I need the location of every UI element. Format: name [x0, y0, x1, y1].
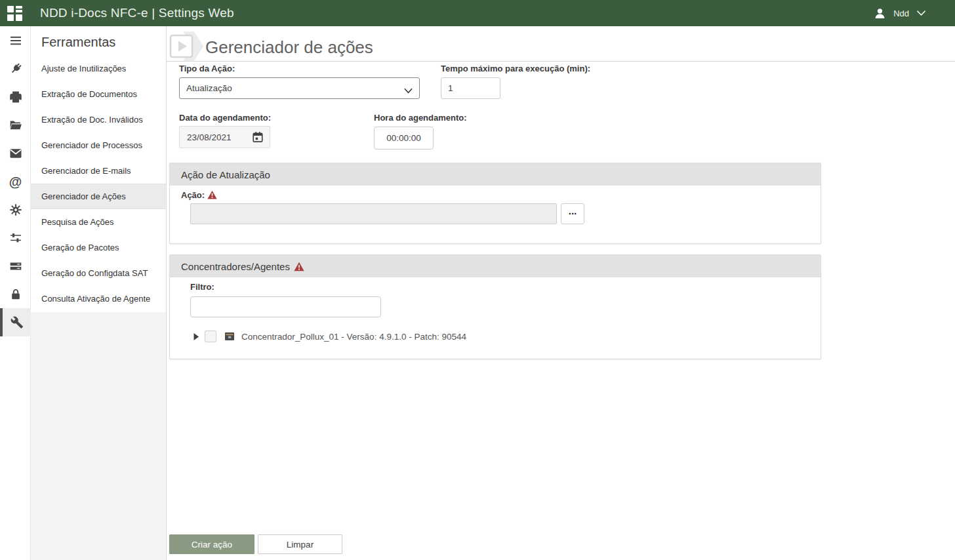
chevron-down-icon: [916, 10, 926, 16]
filtro-label: Filtro:: [190, 282, 214, 292]
acao-input[interactable]: [190, 203, 557, 224]
menu-icon[interactable]: [0, 26, 31, 54]
sidebar-item-gerenciador-acoes[interactable]: Gerenciador de Ações: [31, 184, 166, 209]
tree-checkbox[interactable]: [205, 330, 216, 342]
sidebar-item-pesquisa-acoes[interactable]: Pesquisa de Ações: [31, 209, 166, 235]
envelope-icon[interactable]: [0, 139, 31, 167]
filtro-input[interactable]: [190, 296, 381, 317]
main-content: Gerenciador de ações Tipo da Ação: Atual…: [167, 26, 955, 560]
criar-acao-button[interactable]: Criar ação: [169, 534, 254, 554]
tempo-maximo-input[interactable]: [441, 77, 500, 99]
tipo-acao-select[interactable]: Atualização: [179, 77, 420, 99]
data-agendamento-value: 23/08/2021: [187, 132, 252, 142]
acao-label: Ação:: [181, 190, 217, 201]
panel-concentradores-header: Concentradores/Agentes: [170, 255, 821, 277]
hora-agendamento-label: Hora do agendamento:: [374, 113, 467, 123]
sidebar-item-geracao-pacotes[interactable]: Geração de Pacotes: [31, 235, 166, 260]
at-sign-icon[interactable]: @: [0, 167, 31, 195]
hora-agendamento-input[interactable]: [374, 127, 434, 150]
gear-icon[interactable]: [0, 195, 31, 224]
sidebar-title: Ferramentas: [31, 26, 166, 56]
tree-row: Concentrador_Pollux_01 - Versão: 4.9.1.0…: [193, 330, 466, 342]
sidebar-item-ajuste-inutilizacoes[interactable]: Ajuste de Inutilizações: [31, 56, 166, 81]
sidebar-item-gerenciador-processos[interactable]: Gerenciador de Processos: [31, 132, 166, 158]
limpar-button[interactable]: Limpar: [258, 534, 342, 554]
tipo-acao-label: Tipo da Ação:: [179, 64, 235, 73]
sidebar: Ferramentas Ajuste de Inutilizações Extr…: [31, 26, 167, 560]
apps-grid-icon[interactable]: [7, 6, 22, 21]
tree-item-label: Concentrador_Pollux_01 - Versão: 4.9.1.0…: [241, 332, 466, 342]
concentrador-icon: [224, 331, 235, 342]
printer-icon[interactable]: [0, 83, 31, 111]
panel-concentradores-title: Concentradores/Agentes: [181, 261, 290, 272]
user-name: Ndd: [893, 9, 909, 18]
warning-icon: [207, 190, 217, 201]
page-title: Gerenciador de ações: [205, 37, 373, 58]
lock-icon[interactable]: [0, 280, 31, 308]
sidebar-menu: Ferramentas Ajuste de Inutilizações Extr…: [31, 26, 166, 312]
panel-acao-title: Ação de Atualização: [181, 169, 270, 180]
warning-icon: [294, 262, 304, 271]
acao-browse-button[interactable]: ...: [561, 203, 584, 224]
app-title: NDD i-Docs NFC-e | Settings Web: [40, 6, 234, 20]
calendar-icon[interactable]: [252, 131, 264, 143]
sidebar-item-extracao-doc-invalidos[interactable]: Extração de Doc. Inválidos: [31, 107, 166, 132]
plug-icon[interactable]: [0, 54, 31, 83]
tree-expand-icon[interactable]: [193, 332, 199, 340]
sidebar-item-consulta-ativacao-agente[interactable]: Consulta Ativação de Agente: [31, 286, 166, 311]
page-title-icon: [169, 31, 203, 64]
sidebar-item-geracao-configdata-sat[interactable]: Geração do Configdata SAT: [31, 260, 166, 286]
sidebar-item-gerenciador-emails[interactable]: Gerenciador de E-mails: [31, 158, 166, 184]
folder-open-icon[interactable]: [0, 111, 31, 139]
data-agendamento-input[interactable]: 23/08/2021: [179, 126, 270, 148]
sliders-icon[interactable]: [0, 224, 31, 252]
icon-rail: @: [0, 26, 31, 560]
user-menu[interactable]: Ndd: [874, 0, 926, 26]
wrench-icon[interactable]: [0, 308, 31, 336]
server-icon[interactable]: [0, 252, 31, 280]
data-agendamento-label: Data do agendamento:: [179, 113, 271, 123]
panel-acao-header: Ação de Atualização: [170, 163, 821, 186]
panel-acao-atualizacao: Ação de Atualização Ação: ...: [169, 163, 821, 244]
tempo-maximo-label: Tempo máximo para execução (min):: [441, 64, 590, 73]
title-divider: [167, 61, 955, 62]
sidebar-item-extracao-documentos[interactable]: Extração de Documentos: [31, 81, 166, 107]
user-icon: [874, 7, 886, 20]
app-header: NDD i-Docs NFC-e | Settings Web Ndd: [0, 0, 955, 26]
panel-concentradores-agentes: Concentradores/Agentes Filtro: Concentra…: [169, 254, 821, 359]
